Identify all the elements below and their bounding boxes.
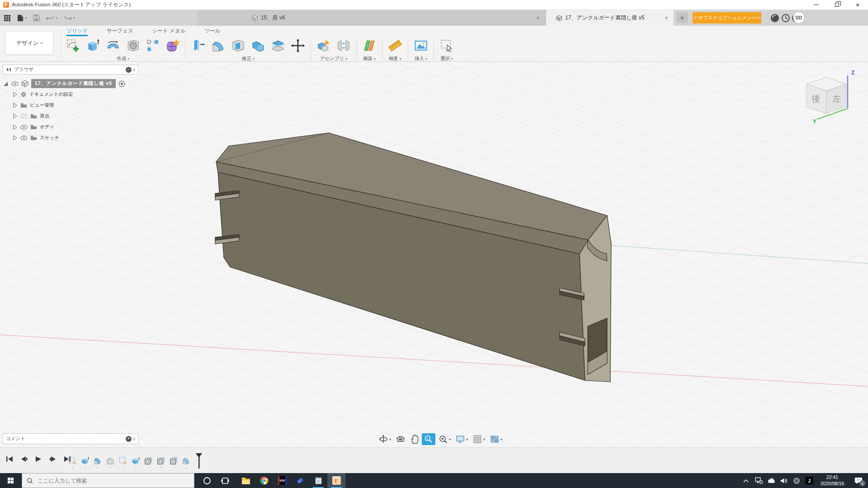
visibility-eye-icon[interactable]: [11, 81, 19, 86]
visibility-eye-icon[interactable]: [20, 125, 28, 130]
tree-root-row[interactable]: 17、アンクルガード裏隠し後 v5: [3, 78, 138, 89]
document-tab-inactive[interactable]: 15、肩 v6 ×: [198, 10, 546, 26]
tag-app-button[interactable]: [291, 473, 309, 488]
browser-header[interactable]: ブラウザ − ‖: [3, 65, 138, 75]
browser-collapse-button[interactable]: −: [126, 67, 132, 73]
zoom-button-active[interactable]: ±: [422, 433, 435, 445]
timeline-extrude-feature[interactable]: [131, 456, 140, 469]
expand-arrow-icon[interactable]: [13, 124, 18, 130]
collapse-triangle-icon[interactable]: [3, 81, 9, 87]
visibility-off-eye-icon[interactable]: [20, 114, 28, 119]
viewcube-back-label[interactable]: 後: [811, 94, 821, 103]
fit-caret[interactable]: ▾: [449, 437, 451, 441]
hole-button[interactable]: [123, 37, 143, 55]
insert-button[interactable]: [411, 37, 431, 55]
joint-button[interactable]: [334, 37, 354, 55]
fillet-button[interactable]: [208, 37, 228, 55]
tray-expand-button[interactable]: [740, 473, 752, 488]
workspace-selector[interactable]: デザイン ▾: [5, 31, 53, 55]
tab-close-button[interactable]: ×: [536, 14, 540, 21]
timeline-fillet-feature[interactable]: [93, 456, 102, 469]
expand-arrow-icon[interactable]: [13, 113, 18, 119]
file-explorer-button[interactable]: [237, 473, 255, 488]
shell-button[interactable]: [228, 37, 248, 55]
timeline-marker[interactable]: [195, 453, 203, 469]
timeline-sketch-feature[interactable]: [118, 456, 127, 469]
panel-grip[interactable]: ‖: [133, 67, 135, 72]
visibility-eye-icon[interactable]: [20, 136, 28, 141]
tray-app-x[interactable]: [790, 473, 803, 488]
timeline-chamfer-feature[interactable]: [106, 456, 115, 469]
file-menu-button[interactable]: ▾: [17, 14, 27, 22]
tab-tools[interactable]: ツール: [204, 26, 220, 36]
search-input[interactable]: [38, 478, 173, 484]
taskbar-clock[interactable]: 22:41 2020/08/16: [816, 474, 849, 487]
viewcube-left-label[interactable]: 左: [833, 94, 841, 103]
tree-item-document-settings[interactable]: ドキュメントの設定: [3, 89, 138, 100]
revolve-button[interactable]: [103, 37, 123, 55]
comment-add-button[interactable]: +: [126, 436, 132, 442]
viewports-caret[interactable]: ▾: [500, 437, 502, 441]
expand-arrow-icon[interactable]: [13, 103, 18, 108]
model-viewport[interactable]: ブラウザ − ‖ 17、アンクルガード裏隠し後 v5 ドキュメントの設定 ビュー…: [0, 62, 868, 447]
tray-network[interactable]: [752, 473, 765, 488]
fit-button[interactable]: ▾: [436, 433, 453, 445]
extensions-button[interactable]: [769, 13, 780, 23]
job-status-button[interactable]: [780, 13, 791, 23]
vix-button[interactable]: ViX: [273, 473, 291, 488]
timeline-fillet-feature[interactable]: [182, 456, 191, 469]
undo-button[interactable]: ▾: [46, 15, 57, 21]
extrude-button[interactable]: [83, 37, 103, 55]
tab-surface[interactable]: サーフェス: [107, 26, 133, 36]
expand-arrow-icon[interactable]: [13, 92, 18, 97]
panel-grip[interactable]: ‖: [133, 436, 135, 441]
comment-bar[interactable]: コメント + ‖: [3, 433, 138, 444]
move-copy-button[interactable]: [288, 37, 308, 55]
app-grid-menu-button[interactable]: [4, 14, 11, 22]
go-to-start-button[interactable]: [5, 454, 14, 464]
timeline-pattern-feature[interactable]: [169, 456, 178, 469]
tab-solid[interactable]: ソリッド: [66, 26, 88, 36]
notepad-button[interactable]: [309, 473, 327, 488]
select-button[interactable]: [437, 37, 457, 55]
subscription-button[interactable]: 今すぐサブスクリプションメンバーに...: [693, 12, 761, 23]
activate-radio-icon[interactable]: [118, 80, 125, 87]
new-tab-button[interactable]: +: [677, 13, 688, 23]
timeline-pattern-feature[interactable]: [144, 456, 153, 469]
tree-item-origin[interactable]: 原点: [3, 111, 138, 122]
display-settings-button[interactable]: ▾: [453, 433, 470, 445]
construction-plane-button[interactable]: [359, 37, 379, 55]
fusion360-taskbar-button[interactable]: F: [327, 473, 345, 488]
user-avatar[interactable]: DD: [793, 12, 805, 23]
view-cube[interactable]: 後 左 Z Y: [792, 66, 860, 124]
pan-button[interactable]: [408, 433, 421, 445]
new-component-button[interactable]: [314, 37, 334, 55]
timeline-pattern-feature[interactable]: [156, 456, 165, 469]
tree-item-bodies[interactable]: ボディ: [3, 122, 138, 132]
tray-ime[interactable]: J: [803, 473, 816, 488]
close-button[interactable]: ×: [847, 0, 868, 10]
collapse-panel-icon[interactable]: [6, 67, 11, 72]
redo-button[interactable]: ▾: [64, 15, 75, 21]
tab-close-button[interactable]: ×: [665, 14, 668, 21]
viewports-button[interactable]: ▾: [488, 433, 504, 445]
grid-snap-button[interactable]: ▾: [471, 433, 487, 445]
measure-button[interactable]: [385, 37, 405, 55]
grid-caret[interactable]: ▾: [483, 437, 485, 441]
combine-button[interactable]: [248, 37, 268, 55]
tray-volume[interactable]: [778, 473, 790, 488]
task-view-button[interactable]: [216, 473, 234, 488]
cortana-button[interactable]: [198, 473, 216, 488]
taskbar-search[interactable]: [22, 473, 194, 488]
group-inspect-label[interactable]: 検査▾: [389, 56, 401, 62]
group-select-label[interactable]: 選択▾: [440, 56, 453, 62]
step-back-button[interactable]: [19, 454, 29, 464]
create-form-button[interactable]: [163, 37, 183, 55]
look-at-button[interactable]: [394, 433, 407, 445]
group-assemble-label[interactable]: アセンブリ▾: [320, 56, 348, 62]
start-button[interactable]: [0, 473, 22, 488]
group-construct-label[interactable]: 構築▾: [363, 56, 376, 62]
group-modify-label[interactable]: 修正▾: [242, 56, 255, 62]
action-center-button[interactable]: 1: [849, 473, 868, 488]
tree-item-sketches[interactable]: スケッチ: [3, 132, 138, 143]
